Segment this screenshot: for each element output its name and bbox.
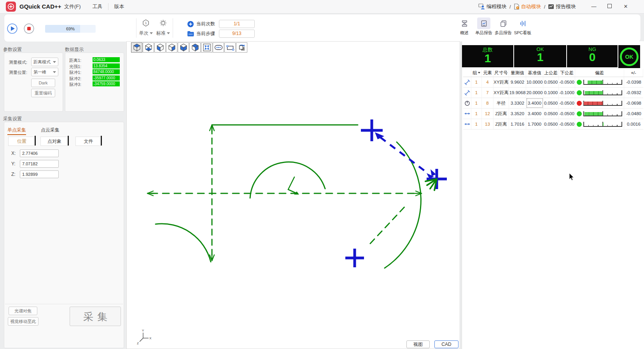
measure-pos-dropdown[interactable]: 第一峰	[31, 68, 58, 76]
green-ray-burst	[425, 179, 437, 190]
rotate-view-icon[interactable]	[236, 42, 247, 53]
module-tab-2[interactable]: 报告模块	[548, 3, 576, 10]
minimize-button[interactable]: —	[588, 0, 600, 13]
measure-mode-dropdown[interactable]: 距离模式	[31, 58, 58, 66]
cell-nominal[interactable]: 1.7000	[526, 119, 543, 129]
deviation-fill	[603, 123, 604, 126]
module-separator: /	[509, 4, 511, 10]
report-tab-1[interactable]: 单品报告	[474, 18, 494, 39]
cell-element: 7	[482, 88, 494, 98]
status-dot	[577, 111, 582, 116]
play-button[interactable]	[7, 23, 18, 35]
collect-source-button-2[interactable]: 文件	[75, 137, 102, 146]
gauge-baseline	[584, 105, 622, 106]
header-icon-col	[463, 69, 471, 77]
current-step-label: 当前步骤	[196, 30, 215, 37]
header-7[interactable]: 偏差	[575, 69, 624, 77]
header-0[interactable]: 组	[471, 69, 482, 77]
cell-nominal[interactable]: 3.4000	[526, 98, 543, 108]
report-tab-2[interactable]: 多品报告	[494, 18, 513, 39]
fit-view-icon[interactable]	[201, 42, 212, 53]
table-row[interactable]: 1 13 Z距离 1.7016 1.7000 0.0500 -0.0500 0.…	[463, 119, 643, 130]
collect-button[interactable]: 采集	[70, 307, 121, 326]
deviation-gauge	[584, 79, 622, 85]
collect-tab-0[interactable]: 单点采集	[7, 127, 26, 135]
menu-bar: 文件(F)工具版本	[58, 0, 130, 13]
table-row[interactable]: 1 4 XY距离 9.9602 10.0000 0.0500 -0.0500 -…	[463, 77, 643, 88]
header-5[interactable]: 上公差	[543, 69, 559, 77]
coord-input[interactable]: 7.07182	[20, 160, 59, 168]
view-button[interactable]: 视图	[406, 340, 430, 348]
cell-deviation-gauge	[575, 88, 624, 98]
gauge-baseline	[584, 95, 622, 95]
run-mode-dropdown[interactable]: 1 单次	[138, 19, 154, 37]
collect-source-button-1[interactable]: 点对象	[40, 137, 68, 146]
table-row[interactable]: 1 12 Z距离 3.3520 3.4000 0.0500 -0.0500 -0…	[463, 109, 643, 119]
vision-move-button[interactable]: 视觉移动至此	[8, 317, 38, 326]
dark-button[interactable]: Dark	[31, 79, 55, 87]
deviation-fill	[584, 112, 603, 116]
menu-item-1[interactable]: 工具	[87, 3, 108, 10]
cell-element: 13	[482, 119, 494, 129]
cad-button[interactable]: CAD	[434, 340, 458, 348]
report-tab-0[interactable]: 概述	[455, 18, 474, 39]
current-count-field[interactable]: 1/1	[219, 20, 255, 28]
view-front-icon[interactable]	[178, 42, 189, 53]
collect-groupbox: 单点采集点云采集 位置 点对象 文件 X: 2.77406 Y: 7.07182…	[4, 122, 124, 348]
measure-mode-value: 距离模式	[33, 59, 51, 65]
cell-deviation-gauge	[575, 119, 624, 129]
cell-measured: 1.7016	[509, 119, 526, 129]
deviation-fill	[584, 102, 603, 105]
axis-triad	[140, 333, 149, 342]
view-right-icon[interactable]	[166, 42, 177, 53]
view-bottom-icon[interactable]	[143, 42, 154, 53]
table-row[interactable]: 1 8 半径 3.3302 3.4000 0.0500 -0.0500 -0.0…	[463, 98, 643, 109]
right-arc	[385, 142, 421, 268]
app-window: GQuick CAD++ 文件(F)工具版本 编程模块/自动模块/报告模块 — …	[0, 0, 644, 349]
multi-report-icon	[500, 20, 507, 27]
menu-item-2[interactable]: 版本	[108, 3, 130, 10]
view-left-icon[interactable]	[154, 42, 166, 53]
report-tab-3[interactable]: SPC看板	[513, 18, 532, 39]
module-tab-0[interactable]: 编程模块	[478, 3, 507, 10]
coord-input[interactable]: 1.92899	[20, 170, 59, 178]
stat-value: 1	[462, 53, 513, 63]
dim-type-icon-cell	[463, 88, 471, 98]
menu-item-0[interactable]: 文件(F)	[58, 3, 87, 10]
reset-encode-button[interactable]: 重置编码	[31, 89, 55, 97]
view-top-icon[interactable]	[131, 42, 142, 53]
rect-select-icon[interactable]	[224, 42, 236, 53]
slot-points-icon[interactable]	[213, 42, 224, 53]
cad-drawing: Y X Z	[127, 53, 460, 348]
header-1[interactable]: 元素	[482, 69, 494, 77]
module-tab-1[interactable]: 自动模块	[514, 3, 541, 10]
coord-input[interactable]: 2.77406	[20, 149, 59, 157]
spectral-focus-button[interactable]: 光谱对焦	[9, 307, 37, 315]
data-row-value: 84748.0000	[93, 69, 120, 74]
cell-nominal[interactable]: 20.0000	[526, 88, 543, 98]
view-back-icon[interactable]	[189, 42, 201, 53]
maximize-button[interactable]	[604, 0, 615, 13]
dim-type-icon-cell	[463, 109, 471, 119]
stop-button[interactable]	[24, 23, 34, 35]
bottom-left-arc	[156, 224, 211, 262]
header-3[interactable]: 量测值	[509, 69, 526, 77]
current-step-field[interactable]: 9/13	[219, 30, 255, 38]
header-6[interactable]: 下公差	[559, 69, 575, 77]
header-8[interactable]: +/-	[624, 69, 643, 77]
standard-dropdown[interactable]: 标准	[155, 19, 171, 37]
report-table: 组元素尺寸号量测值基准值上公差下公差偏差+/- 1 4 XY距离 9.9602 …	[463, 69, 643, 130]
data-display-groupbox: 距离1: 0.0633光强1: 13.8354脉冲1: 84748.0000脉冲…	[65, 53, 124, 112]
cell-nominal[interactable]: 10.0000	[526, 77, 543, 87]
cell-measured: 19.9068	[509, 88, 526, 98]
collect-source-button-0[interactable]: 位置	[8, 137, 35, 146]
cell-nominal[interactable]: 3.4000	[526, 109, 543, 119]
deviation-gauge	[584, 100, 622, 106]
close-button[interactable]: ✕	[619, 0, 632, 13]
status-dot	[577, 101, 582, 106]
xy-distance-icon	[464, 90, 470, 96]
collect-tab-1[interactable]: 点云采集	[41, 127, 60, 135]
header-4[interactable]: 基准值	[526, 69, 543, 77]
table-row[interactable]: 1 7 XY距离 19.9068 20.0000 0.1000 -0.1000 …	[463, 88, 643, 98]
header-2[interactable]: 尺寸号	[494, 69, 509, 77]
